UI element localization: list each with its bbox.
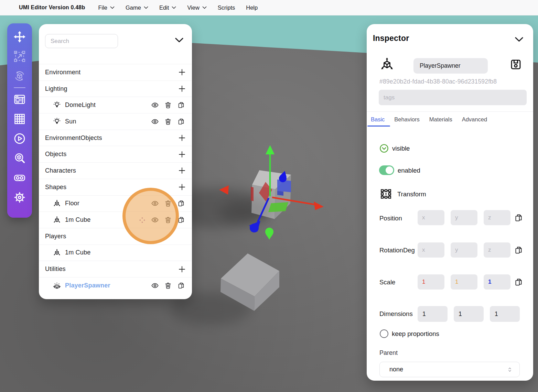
duplicate-button[interactable]: [177, 101, 185, 109]
rotation-x-input[interactable]: [418, 242, 444, 258]
add-to-environmentobjects-button[interactable]: [177, 133, 186, 142]
tool-ui-panels-button[interactable]: [13, 93, 26, 106]
copy-position-button[interactable]: [514, 213, 523, 222]
hierarchy-group-players[interactable]: Players: [39, 228, 192, 244]
scale-y-input[interactable]: [451, 274, 477, 290]
add-to-objects-button[interactable]: [177, 150, 186, 159]
copy-icon: [177, 282, 185, 290]
tags-input[interactable]: [379, 90, 527, 105]
object-cube-icon: [53, 199, 61, 208]
position-y-input[interactable]: [451, 210, 477, 225]
delete-button[interactable]: [164, 199, 172, 207]
search-input[interactable]: [45, 34, 118, 48]
hierarchy-item-sun[interactable]: Sun: [39, 113, 192, 130]
hierarchy-group-environmentobjects[interactable]: EnvironmentObjects: [39, 130, 192, 146]
visibility-toggle[interactable]: [151, 216, 159, 224]
delete-button[interactable]: [164, 101, 172, 109]
duplicate-button[interactable]: [177, 118, 185, 126]
add-to-shapes-button[interactable]: [177, 183, 186, 192]
plus-icon: [177, 166, 186, 175]
position-x-input[interactable]: [418, 210, 444, 225]
spawner-icon: [53, 281, 61, 290]
hierarchy-item-playerspawner[interactable]: PlayerSpawner: [39, 277, 192, 294]
save-button[interactable]: [510, 58, 522, 70]
scale-z-input[interactable]: [484, 274, 510, 290]
plus-icon: [177, 133, 186, 142]
hierarchy-group-characters[interactable]: Characters: [39, 162, 192, 179]
chevron-down-icon: [110, 6, 115, 9]
hierarchy-collapse-button[interactable]: [175, 37, 184, 43]
chevron-down-icon: [172, 6, 176, 9]
tab-basic[interactable]: Basic: [371, 116, 385, 123]
object-name-input[interactable]: [413, 58, 488, 74]
hierarchy-group-environment[interactable]: Environment: [39, 64, 192, 80]
tool-grid-button[interactable]: [13, 112, 26, 126]
add-to-characters-button[interactable]: [177, 166, 186, 175]
add-to-utilities-button[interactable]: [177, 265, 186, 274]
toolbar-divider: [14, 87, 25, 88]
hierarchy-item-1m-cube-shapes[interactable]: 1m Cube: [39, 211, 192, 228]
visibility-toggle[interactable]: [151, 199, 159, 207]
visible-toggle-button[interactable]: [379, 143, 389, 153]
menu-file[interactable]: File: [98, 4, 115, 11]
visibility-toggle[interactable]: [151, 282, 159, 290]
duplicate-button[interactable]: [177, 282, 185, 290]
tab-behaviors[interactable]: Behaviors: [394, 116, 419, 123]
parent-select[interactable]: none: [379, 362, 520, 377]
tool-scale-button[interactable]: [13, 50, 26, 63]
hierarchy-item-floor[interactable]: Floor: [39, 195, 192, 212]
copy-rotation-button[interactable]: [514, 246, 523, 255]
menu-scripts[interactable]: Scripts: [218, 4, 235, 11]
duplicate-button[interactable]: [177, 216, 185, 224]
menu-edit[interactable]: Edit: [159, 4, 176, 11]
scale-x-input[interactable]: [418, 274, 444, 290]
inspector-collapse-button[interactable]: [515, 37, 524, 42]
rotation-y-input[interactable]: [451, 242, 477, 258]
add-to-lighting-button[interactable]: [177, 84, 186, 93]
tab-advanced[interactable]: Advanced: [462, 116, 487, 123]
tool-rotate-button[interactable]: [13, 69, 26, 83]
drag-handle-icon[interactable]: [139, 216, 146, 224]
menu-items: File Game Edit View Scripts Help: [98, 4, 258, 11]
position-z-input[interactable]: [484, 210, 510, 225]
tool-settings-button[interactable]: [13, 191, 26, 204]
light-icon: [53, 101, 61, 109]
hierarchy-item-domelight[interactable]: DomeLight: [39, 97, 192, 113]
dimensions-y-input[interactable]: [454, 306, 484, 322]
hierarchy-group-objects[interactable]: Objects: [39, 146, 192, 162]
keep-proportions-radio[interactable]: [380, 329, 388, 338]
dimensions-z-input[interactable]: [490, 306, 520, 322]
tool-inspect-button[interactable]: [13, 152, 26, 165]
menu-help[interactable]: Help: [246, 4, 258, 11]
visible-label: visible: [392, 145, 410, 152]
delete-button[interactable]: [164, 282, 172, 290]
tab-materials[interactable]: Materials: [429, 116, 452, 123]
menu-game[interactable]: Game: [126, 4, 148, 11]
delete-button[interactable]: [164, 216, 172, 224]
rotation-z-input[interactable]: [484, 242, 510, 258]
add-to-environment-button[interactable]: [177, 68, 186, 77]
chevron-down-icon: [515, 37, 524, 42]
visibility-toggle[interactable]: [151, 101, 159, 109]
trash-icon: [164, 282, 172, 290]
duplicate-button[interactable]: [177, 199, 185, 207]
hierarchy-tree: Environment Lighting DomeLight Sun: [39, 64, 192, 294]
hierarchy-item-1m-cube-players[interactable]: 1m Cube: [39, 244, 192, 261]
menu-view[interactable]: View: [187, 4, 206, 11]
dimensions-x-input[interactable]: [418, 306, 448, 322]
active-tab-indicator: [367, 126, 390, 127]
tool-play-button[interactable]: [13, 132, 26, 145]
tool-move-button[interactable]: [13, 30, 26, 43]
enabled-toggle[interactable]: [379, 165, 394, 175]
dimensions-label: Dimensions: [379, 310, 413, 318]
hierarchy-group-shapes[interactable]: Shapes: [39, 179, 192, 195]
copy-scale-button[interactable]: [514, 277, 523, 287]
tool-vr-button[interactable]: [13, 171, 26, 184]
visibility-toggle[interactable]: [151, 118, 159, 126]
vr-goggles-icon: [13, 172, 26, 184]
hierarchy-group-lighting[interactable]: Lighting: [39, 80, 192, 97]
hierarchy-group-utilities[interactable]: Utilities: [39, 261, 192, 277]
trash-icon: [164, 216, 172, 224]
object-cube-icon: [379, 56, 395, 73]
delete-button[interactable]: [164, 118, 172, 126]
